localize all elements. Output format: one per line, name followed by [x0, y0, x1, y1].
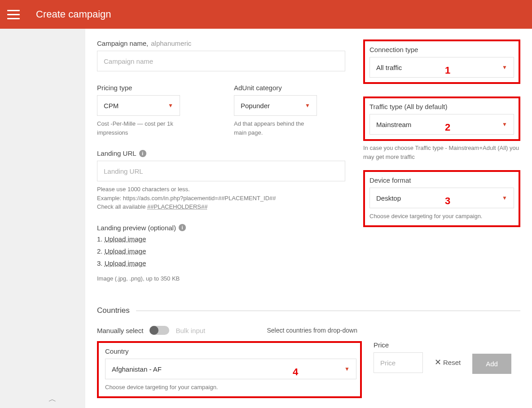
annotation-1: 1 [445, 65, 450, 76]
campaign-name-label: Campaign name, [97, 39, 148, 47]
upload-row-2: 2. Upload image [97, 247, 345, 255]
country-value: Afghanistan - AF [112, 365, 162, 373]
country-mode-toggle[interactable] [149, 326, 169, 335]
country-label: Country [105, 347, 129, 355]
upload-link-2[interactable]: Upload image [105, 247, 146, 255]
pricing-type-value: CPM [104, 102, 119, 110]
add-button[interactable]: Add [472, 354, 511, 374]
campaign-name-hint: alphanumeric [151, 39, 191, 47]
campaign-name-field: Campaign name, alphanumeric [97, 39, 345, 71]
price-input[interactable] [374, 352, 423, 373]
campaign-name-input[interactable] [97, 51, 345, 71]
device-format-field: 3 Device format Desktop ▼ Choose device … [363, 170, 520, 227]
reset-button[interactable]: ✕ Reset [435, 357, 461, 367]
connection-type-label: Connection type [369, 46, 418, 53]
country-field: 4 Country Afghanistan - AF ▼ Choose devi… [97, 341, 362, 398]
landing-url-input[interactable] [97, 161, 345, 181]
adunit-field: AdUnit category Popunder ▼ Ad that appea… [234, 84, 317, 137]
upload-link-1[interactable]: Upload image [105, 235, 146, 243]
top-bar: Create campaign [0, 0, 532, 29]
connection-type-value: All traffic [376, 64, 402, 71]
landing-url-help: Please use 1000 characters or less. Exam… [97, 185, 345, 211]
page-container: ︿ Campaign name, alphanumeric Pricing ty… [0, 29, 532, 408]
upload-hint: Image (.jpg, .png), up to 350 KB [97, 274, 345, 283]
country-mode-hint: Select countries from drop-down [267, 327, 362, 334]
device-format-label: Device format [369, 176, 411, 184]
annotation-3: 3 [445, 195, 450, 207]
placeholders-link[interactable]: ##PLACEHOLDERS## [147, 203, 207, 210]
annotation-2: 2 [445, 122, 450, 133]
upload-link-3[interactable]: Upload image [105, 259, 146, 267]
country-row: 4 Country Afghanistan - AF ▼ Choose devi… [97, 341, 520, 398]
main-content: Campaign name, alphanumeric Pricing type… [85, 29, 532, 408]
chevron-up-icon[interactable]: ︿ [48, 394, 57, 404]
page-title: Create campaign [36, 9, 111, 20]
pricing-type-help: Cost -Per-Mille — cost per 1k impression… [97, 119, 180, 137]
chevron-down-icon: ▼ [305, 102, 310, 109]
device-format-select[interactable]: Desktop ▼ [369, 188, 514, 208]
chevron-down-icon: ▼ [502, 121, 507, 127]
pricing-type-field: Pricing type CPM ▼ Cost -Per-Mille — cos… [97, 84, 180, 137]
chevron-down-icon: ▼ [344, 366, 350, 372]
connection-type-select[interactable]: All traffic ▼ [369, 57, 514, 78]
sidebar: ︿ [0, 29, 85, 408]
price-field: Price [374, 341, 423, 373]
pricing-type-label: Pricing type [97, 84, 132, 92]
upload-row-1: 1. Upload image [97, 235, 345, 243]
bulk-input-label[interactable]: Bulk input [176, 327, 205, 334]
annotation-4: 4 [293, 366, 298, 378]
chevron-down-icon: ▼ [502, 195, 507, 201]
chevron-down-icon: ▼ [502, 64, 507, 70]
landing-preview-field: Landing preview (optional) i 1. Upload i… [97, 224, 345, 283]
info-icon[interactable]: i [139, 150, 146, 157]
manual-select-label[interactable]: Manually select [97, 327, 143, 334]
country-select[interactable]: Afghanistan - AF ▼ [105, 359, 356, 379]
traffic-type-field: 2 Traffic type (All by default) Mainstre… [363, 97, 520, 141]
country-mode-row: Manually select Bulk input Select countr… [97, 326, 362, 335]
traffic-type-value: Mainstream [376, 121, 411, 128]
upload-row-3: 3. Upload image [97, 259, 345, 267]
landing-url-field: Landing URL i Please use 1000 characters… [97, 149, 345, 211]
traffic-type-select[interactable]: Mainstream ▼ [369, 114, 514, 135]
connection-type-field: 1 Connection type All traffic ▼ [363, 39, 520, 84]
adunit-label: AdUnit category [234, 84, 282, 92]
landing-preview-label: Landing preview (optional) [97, 224, 176, 232]
device-format-help: Choose device targeting for your campaig… [369, 212, 514, 221]
landing-url-label: Landing URL [97, 149, 136, 157]
device-format-value: Desktop [376, 194, 401, 202]
close-icon: ✕ [435, 357, 441, 367]
pricing-type-select[interactable]: CPM ▼ [97, 95, 180, 116]
countries-section-divider: Countries [97, 306, 520, 315]
countries-section-title: Countries [97, 306, 130, 315]
hamburger-icon[interactable] [7, 10, 20, 19]
traffic-type-label: Traffic type (All by default) [369, 103, 447, 110]
adunit-value: Popunder [241, 102, 270, 110]
adunit-help: Ad that appears behind the main page. [234, 119, 317, 137]
info-icon[interactable]: i [179, 224, 186, 231]
chevron-down-icon: ▼ [168, 102, 173, 109]
traffic-type-help: In case you choose Traffic type - Mainst… [363, 144, 520, 161]
adunit-select[interactable]: Popunder ▼ [234, 95, 317, 116]
price-label: Price [374, 341, 389, 349]
country-help: Choose device targeting for your campaig… [105, 383, 354, 392]
